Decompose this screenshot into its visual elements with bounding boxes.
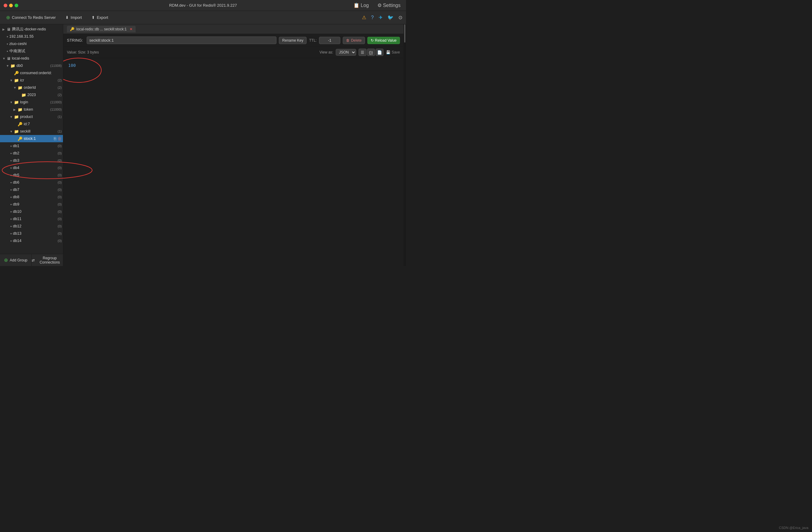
delete-key-icon[interactable]: 🗑: [57, 136, 62, 141]
github-icon[interactable]: ⊙: [398, 15, 402, 20]
connect-button[interactable]: ⊕ Connect To Redis Server: [4, 13, 58, 21]
tree-item-zhongnan[interactable]: ▪ 中南测试: [0, 47, 63, 55]
tree-item-db8[interactable]: ▪ db8 (0): [0, 193, 63, 201]
import-button[interactable]: ⬇ Import: [63, 14, 84, 21]
folder-icon: 📁: [14, 115, 19, 119]
reload-value-button[interactable]: ↻ Reload Value: [367, 37, 400, 44]
twitter-icon[interactable]: 🐦: [388, 15, 393, 20]
tree-item-local-redis[interactable]: ▼ 🖥 local-redis: [0, 55, 63, 62]
log-button[interactable]: 📋 Log: [351, 2, 371, 9]
tree-item-orderid[interactable]: ▼ 📁 orderId (2): [0, 84, 63, 91]
tree-item-label: db7: [13, 188, 57, 192]
add-icon: ⊕: [6, 15, 10, 20]
tree-item-count: (1): [58, 130, 62, 133]
svg-point-0: [63, 58, 101, 83]
tree-item-login[interactable]: ▼ 📁 login (11000): [0, 99, 63, 106]
tree-item-count: (0): [58, 203, 62, 206]
tree-item-seckill[interactable]: ▼ 📁 seckill (1): [0, 128, 63, 135]
tree-item-db13[interactable]: ▪ db13 (0): [0, 230, 63, 237]
tree-item-db3[interactable]: ▪ db3 (0): [0, 157, 63, 164]
tree-item-stock1[interactable]: 🔑 stock:1 ⎘ 🗑: [0, 135, 63, 142]
copy-key-icon[interactable]: ⎘: [54, 136, 56, 141]
tree-item-db11[interactable]: ▪ db11 (0): [0, 215, 63, 223]
expand-arrow: ▼: [13, 86, 18, 89]
tree-item-db10[interactable]: ▪ db10 (0): [0, 208, 63, 215]
help-icon[interactable]: ?: [371, 15, 374, 20]
tree-item-label: local-redis: [12, 56, 62, 60]
warning-icon[interactable]: ⚠: [362, 15, 366, 20]
key-editor-header: STRING: Rename Key TTL: 🗑 Delete ↻ Reloa…: [63, 34, 404, 47]
tree-item-count: (0): [58, 188, 62, 192]
db-icon: ▪: [10, 173, 12, 178]
tree-item-label: stock:1: [24, 136, 54, 141]
folder-icon: 📁: [14, 78, 19, 83]
format-icon-1[interactable]: ☰: [359, 49, 366, 56]
rename-key-button[interactable]: Rename Key: [279, 37, 307, 44]
tab-close-button[interactable]: ✕: [130, 27, 133, 31]
save-button[interactable]: 💾 Save: [386, 50, 400, 55]
expand-arrow: ▼: [10, 115, 14, 119]
view-as-select[interactable]: JSON: [336, 49, 356, 56]
tree-item-db1[interactable]: ▪ db1 (0): [0, 142, 63, 150]
tree-item-count: (0): [58, 232, 62, 235]
delete-button[interactable]: 🗑 Delete: [343, 37, 365, 44]
db-icon: ▪: [10, 231, 12, 236]
format-icon-3[interactable]: 📄: [376, 49, 383, 56]
server-icon: 🖥: [7, 27, 11, 32]
settings-icon: ⚙: [377, 3, 382, 8]
folder-icon: 📁: [10, 63, 15, 68]
format-icon-2[interactable]: {}}: [367, 49, 375, 56]
tree-item-db2[interactable]: ▪ db2 (0): [0, 150, 63, 157]
tree-item-db7[interactable]: ▪ db7 (0): [0, 186, 63, 193]
tree-item-db9[interactable]: ▪ db9 (0): [0, 201, 63, 208]
regroup-connections-label: Regroup Connections: [37, 256, 63, 265]
tree-item-2023[interactable]: 📁 2023 (2): [0, 91, 63, 99]
tree-item-product[interactable]: ▼ 📁 product (1): [0, 113, 63, 120]
traffic-lights: [4, 4, 18, 7]
db-icon: ▪: [10, 180, 12, 185]
tab-label: local-redis::db ... seckill:stock:1: [76, 27, 127, 31]
tree-item-count: (0): [58, 166, 62, 169]
server-icon: 🖥: [7, 56, 11, 61]
ttl-input[interactable]: [319, 37, 340, 44]
tree-item-192168[interactable]: ▪ 192.168.31.55: [0, 33, 63, 40]
db-icon: ▪: [10, 209, 12, 214]
tree-item-db4[interactable]: ▪ db4 (0): [0, 164, 63, 172]
tree-item-label: db1: [13, 144, 57, 148]
db-icon: ▪: [10, 144, 12, 148]
tree-item-label: db9: [13, 202, 57, 206]
active-tab[interactable]: 🔑 local-redis::db ... seckill:stock:1 ✕: [67, 26, 136, 32]
import-icon: ⬇: [66, 15, 69, 20]
tree-item-tencent[interactable]: ▶ 🖥 腾讯云-docker-redis: [0, 26, 63, 33]
expand-arrow: ▼: [10, 79, 14, 82]
maximize-window-button[interactable]: [15, 4, 18, 7]
add-group-button[interactable]: ⊕ Add Group: [0, 254, 32, 266]
minimize-window-button[interactable]: [9, 4, 13, 7]
telegram-icon[interactable]: ✈: [379, 15, 382, 20]
tree-item-token[interactable]: ▶ 📁 token (11000): [0, 106, 63, 113]
key-icon: 🔑: [14, 71, 19, 75]
tree-item-db6[interactable]: ▪ db6 (0): [0, 179, 63, 186]
db-icon: ▪: [10, 202, 12, 207]
settings-button[interactable]: ⚙ Settings: [376, 2, 402, 9]
tree-item-id7[interactable]: 🔑 id:7: [0, 120, 63, 128]
close-window-button[interactable]: [4, 4, 7, 7]
tree-item-icr[interactable]: ▼ 📁 icr (2): [0, 77, 63, 84]
tree-item-db5[interactable]: ▪ db5 (0): [0, 172, 63, 179]
right-scrollbar[interactable]: [404, 24, 406, 266]
key-name-input[interactable]: [87, 36, 276, 44]
tree-item-db12[interactable]: ▪ db12 (0): [0, 223, 63, 230]
tree-item-consumed[interactable]: 🔑 consumed:orderId:: [0, 69, 63, 77]
tree-item-db14[interactable]: ▪ db14 (0): [0, 237, 63, 245]
tree-item-count: (0): [58, 173, 62, 177]
regroup-connections-button[interactable]: ⇄ Regroup Connections: [32, 254, 63, 266]
tree-item-label: 192.168.31.55: [10, 34, 62, 39]
expand-arrow: ▼: [10, 101, 14, 104]
tree-item-db0[interactable]: ▼ 📁 db0 (11008): [0, 62, 63, 69]
export-button[interactable]: ⬆ Export: [89, 14, 111, 21]
tree-item-count: (0): [58, 159, 62, 162]
tree-item-ztuo[interactable]: ▪ ztuo-ceshi: [0, 40, 63, 47]
tree-item-count: (0): [58, 217, 62, 221]
db-icon: ▪: [10, 195, 12, 200]
ttl-label: TTL:: [309, 38, 317, 43]
